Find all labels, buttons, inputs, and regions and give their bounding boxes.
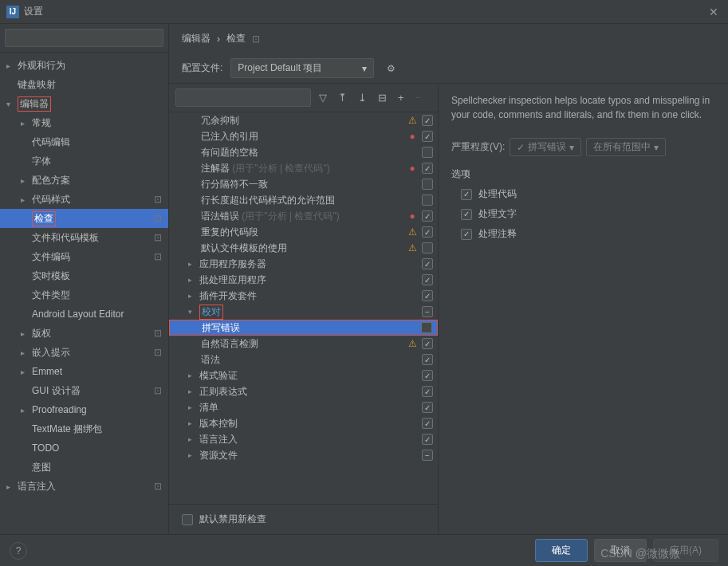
app-icon: IJ xyxy=(6,6,19,18)
chevron-down-icon: ▾ xyxy=(654,142,659,153)
option-row[interactable]: 处理文字 xyxy=(451,207,715,221)
sidebar-item[interactable]: ▾编辑器 xyxy=(0,94,168,113)
sidebar-item[interactable]: 键盘映射 xyxy=(0,75,168,94)
sidebar-item[interactable]: Android Layout Editor xyxy=(0,305,168,324)
sidebar-item[interactable]: ▸Emmet xyxy=(0,362,168,381)
sidebar-tree[interactable]: ▸外观和行为键盘映射▾编辑器▸常规代码编辑字体▸配色方案▸代码样式⊡检查⊡文件和… xyxy=(0,53,168,534)
sidebar-item[interactable]: 文件编码⊡ xyxy=(0,247,168,266)
option-row[interactable]: 处理注释 xyxy=(451,227,715,241)
sidebar-item[interactable]: ▸嵌入提示⊡ xyxy=(0,343,168,362)
inspection-row[interactable]: 冗余抑制⚠ xyxy=(169,112,438,128)
inspection-checkbox[interactable] xyxy=(422,434,433,445)
sidebar-item[interactable]: ▸Proofreading xyxy=(0,400,168,419)
inspection-checkbox[interactable] xyxy=(422,258,433,269)
inspection-checkbox[interactable] xyxy=(422,163,433,174)
sidebar-item[interactable]: TextMate 捆绑包 xyxy=(0,419,168,438)
sidebar-item[interactable]: 实时模板 xyxy=(0,266,168,285)
help-button[interactable]: ? xyxy=(10,542,27,560)
toggle-icon[interactable]: ⊟ xyxy=(375,90,390,105)
inspection-row[interactable]: 自然语言检测⚠ xyxy=(169,336,438,352)
sidebar-item[interactable]: ▸常规 xyxy=(0,113,168,132)
sidebar-item[interactable]: 代码编辑 xyxy=(0,132,168,151)
inspection-checkbox[interactable] xyxy=(422,242,433,254)
inspection-checkbox[interactable] xyxy=(422,354,433,365)
sidebar-item[interactable]: ▸代码样式⊡ xyxy=(0,190,168,209)
sidebar-item[interactable]: ▸语言注入⊡ xyxy=(0,477,168,496)
inspection-checkbox[interactable] xyxy=(422,195,433,206)
sidebar-item[interactable]: ▸外观和行为 xyxy=(0,56,168,75)
inspection-row[interactable]: 行分隔符不一致 xyxy=(169,176,438,192)
inspection-checkbox[interactable] xyxy=(422,210,433,222)
default-disable-label: 默认禁用新检查 xyxy=(199,513,266,526)
inspection-search-input[interactable] xyxy=(175,88,311,107)
minus-icon[interactable]: − xyxy=(412,90,425,105)
collapse-icon[interactable]: ⤓ xyxy=(355,90,370,105)
inspection-tree[interactable]: 冗余抑制⚠已注入的引用●有问题的空格注解器 (用于"分析 | 检查代码")●行分… xyxy=(169,112,438,504)
default-disable-checkbox[interactable] xyxy=(182,514,193,525)
inspection-checkbox[interactable] xyxy=(422,370,433,381)
inspection-row[interactable]: 行长度超出代码样式的允许范围 xyxy=(169,192,438,208)
add-icon[interactable]: + xyxy=(395,90,407,105)
sidebar-item[interactable]: GUI 设计器⊡ xyxy=(0,381,168,400)
inspection-description: Spellchecker inspection helps locate typ… xyxy=(451,93,715,122)
inspection-row[interactable]: 有问题的空格 xyxy=(169,144,438,160)
sidebar-item[interactable]: TODO xyxy=(0,438,168,458)
inspection-checkbox[interactable] xyxy=(421,322,432,333)
option-row[interactable]: 处理代码 xyxy=(451,187,715,201)
inspection-row[interactable]: ▾校对 xyxy=(169,304,438,320)
sidebar-item[interactable]: 意图 xyxy=(0,458,168,477)
sidebar-item[interactable]: 文件类型 xyxy=(0,285,168,305)
inspection-checkbox[interactable] xyxy=(422,338,433,349)
apply-button[interactable]: 应用(A) xyxy=(653,539,718,562)
sidebar-item[interactable]: ▸配色方案 xyxy=(0,171,168,190)
inspection-row[interactable]: ▸批处理应用程序 xyxy=(169,272,438,288)
inspection-toolbar: ⌕ ▽ ⤒ ⤓ ⊟ + − xyxy=(169,84,438,112)
inspection-checkbox[interactable] xyxy=(422,131,433,142)
inspection-checkbox[interactable] xyxy=(422,274,433,285)
sidebar-search-input[interactable] xyxy=(5,29,163,47)
inspection-row[interactable]: 拼写错误 xyxy=(169,320,438,336)
expand-icon[interactable]: ⤒ xyxy=(335,90,350,105)
sidebar-item[interactable]: 文件和代码模板⊡ xyxy=(0,228,168,247)
filter-icon[interactable]: ▽ xyxy=(316,90,330,105)
inspection-row[interactable]: 注解器 (用于"分析 | 检查代码")● xyxy=(169,160,438,176)
inspection-row[interactable]: 重复的代码段⚠ xyxy=(169,224,438,240)
scope-dropdown[interactable]: 在所有范围中▾ xyxy=(586,138,666,156)
inspection-checkbox[interactable] xyxy=(422,147,433,158)
severity-dropdown[interactable]: ✓拼写错误▾ xyxy=(510,138,581,156)
sidebar-item[interactable]: 检查⊡ xyxy=(0,209,168,228)
inspection-row[interactable]: ▸应用程序服务器 xyxy=(169,256,438,272)
cancel-button[interactable]: 取消 xyxy=(594,539,647,562)
option-checkbox[interactable] xyxy=(461,189,472,200)
inspection-row[interactable]: ▸版本控制 xyxy=(169,415,438,431)
inspection-row[interactable]: ▸语言注入 xyxy=(169,431,438,447)
breadcrumb: 编辑器›检查⊡ xyxy=(169,24,728,53)
gear-icon[interactable]: ⚙ xyxy=(382,61,400,76)
ok-button[interactable]: 确定 xyxy=(535,539,588,562)
inspection-checkbox[interactable] xyxy=(422,226,433,238)
sidebar-item[interactable]: 字体 xyxy=(0,151,168,171)
option-checkbox[interactable] xyxy=(461,229,472,240)
inspection-checkbox[interactable] xyxy=(422,386,433,397)
inspection-checkbox[interactable] xyxy=(422,450,433,461)
inspection-checkbox[interactable] xyxy=(422,306,433,317)
inspection-row[interactable]: 语法错误 (用于"分析 | 检查代码")● xyxy=(169,208,438,224)
inspection-checkbox[interactable] xyxy=(422,402,433,413)
inspection-row[interactable]: 默认文件模板的使用⚠ xyxy=(169,240,438,256)
inspection-row[interactable]: ▸正则表达式 xyxy=(169,383,438,399)
profile-dropdown[interactable]: Project Default 项目▾ xyxy=(230,58,374,78)
inspection-checkbox[interactable] xyxy=(422,115,433,126)
inspection-checkbox[interactable] xyxy=(422,290,433,301)
inspection-checkbox[interactable] xyxy=(422,418,433,429)
inspection-checkbox[interactable] xyxy=(422,179,433,190)
close-icon[interactable]: ✕ xyxy=(706,6,722,18)
dialog-footer: ? 确定 取消 应用(A) xyxy=(0,534,728,566)
inspection-row[interactable]: ▸模式验证 xyxy=(169,368,438,383)
inspection-row[interactable]: 语法 xyxy=(169,352,438,368)
inspection-row[interactable]: ▸插件开发套件 xyxy=(169,288,438,304)
option-checkbox[interactable] xyxy=(461,209,472,220)
inspection-row[interactable]: ▸清单 xyxy=(169,399,438,415)
inspection-row[interactable]: 已注入的引用● xyxy=(169,128,438,144)
sidebar-item[interactable]: ▸版权⊡ xyxy=(0,324,168,343)
inspection-row[interactable]: ▸资源文件 xyxy=(169,447,438,463)
